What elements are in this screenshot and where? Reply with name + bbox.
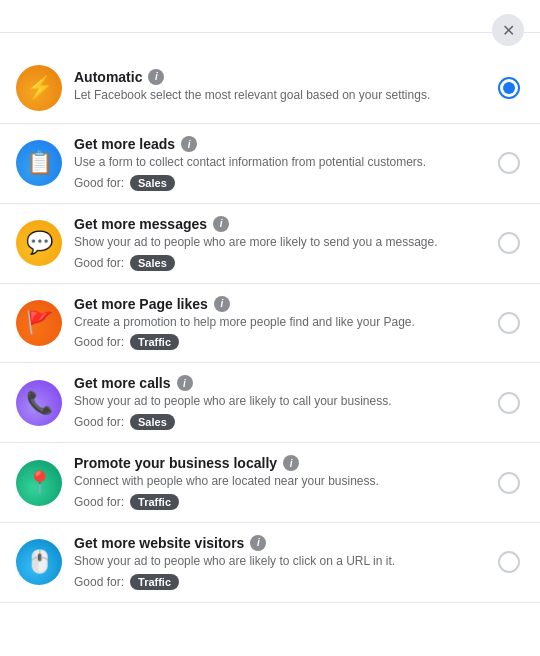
option-title-row-website: Get more website visitorsi bbox=[74, 535, 486, 551]
good-for-label-calls: Good for: bbox=[74, 415, 124, 429]
info-icon-messages[interactable]: i bbox=[213, 216, 229, 232]
option-item-automatic[interactable]: ⚡AutomaticiLet Facebook select the most … bbox=[0, 53, 540, 124]
radio-local[interactable] bbox=[498, 472, 520, 494]
option-title-row-pagelikes: Get more Page likesi bbox=[74, 296, 486, 312]
radio-pagelikes[interactable] bbox=[498, 312, 520, 334]
option-title-calls: Get more calls bbox=[74, 375, 171, 391]
option-item-messages[interactable]: 💬Get more messagesiShow your ad to peopl… bbox=[0, 204, 540, 284]
radio-inner-automatic bbox=[503, 82, 515, 94]
close-button[interactable]: ✕ bbox=[492, 14, 524, 46]
option-title-row-automatic: Automatici bbox=[74, 69, 486, 85]
option-content-messages: Get more messagesiShow your ad to people… bbox=[74, 216, 486, 271]
options-list: ⚡AutomaticiLet Facebook select the most … bbox=[0, 53, 540, 603]
option-desc-leads: Use a form to collect contact informatio… bbox=[74, 154, 486, 171]
option-desc-pagelikes: Create a promotion to help more people f… bbox=[74, 314, 486, 331]
tag-messages: Sales bbox=[130, 255, 175, 271]
question-text bbox=[0, 33, 540, 53]
tag-local: Traffic bbox=[130, 494, 179, 510]
good-for-row-pagelikes: Good for:Traffic bbox=[74, 334, 486, 350]
option-desc-local: Connect with people who are located near… bbox=[74, 473, 486, 490]
good-for-label-leads: Good for: bbox=[74, 176, 124, 190]
radio-calls[interactable] bbox=[498, 392, 520, 414]
option-title-website: Get more website visitors bbox=[74, 535, 244, 551]
goal-modal: ✕ ⚡AutomaticiLet Facebook select the mos… bbox=[0, 0, 540, 656]
good-for-row-calls: Good for:Sales bbox=[74, 414, 486, 430]
modal-header: ✕ bbox=[0, 0, 540, 32]
tag-pagelikes: Traffic bbox=[130, 334, 179, 350]
tag-leads: Sales bbox=[130, 175, 175, 191]
good-for-label-pagelikes: Good for: bbox=[74, 335, 124, 349]
option-desc-automatic: Let Facebook select the most relevant go… bbox=[74, 87, 486, 104]
option-title-messages: Get more messages bbox=[74, 216, 207, 232]
option-icon-automatic: ⚡ bbox=[16, 65, 62, 111]
option-item-pagelikes[interactable]: 🚩Get more Page likesiCreate a promotion … bbox=[0, 284, 540, 364]
option-content-automatic: AutomaticiLet Facebook select the most r… bbox=[74, 69, 486, 108]
radio-leads[interactable] bbox=[498, 152, 520, 174]
option-icon-local: 📍 bbox=[16, 460, 62, 506]
info-icon-pagelikes[interactable]: i bbox=[214, 296, 230, 312]
option-item-website[interactable]: 🖱️Get more website visitorsiShow your ad… bbox=[0, 523, 540, 603]
option-icon-calls: 📞 bbox=[16, 380, 62, 426]
option-icon-leads: 📋 bbox=[16, 140, 62, 186]
radio-messages[interactable] bbox=[498, 232, 520, 254]
good-for-row-website: Good for:Traffic bbox=[74, 574, 486, 590]
option-icon-pagelikes: 🚩 bbox=[16, 300, 62, 346]
info-icon-calls[interactable]: i bbox=[177, 375, 193, 391]
option-icon-messages: 💬 bbox=[16, 220, 62, 266]
option-title-row-messages: Get more messagesi bbox=[74, 216, 486, 232]
option-title-pagelikes: Get more Page likes bbox=[74, 296, 208, 312]
tag-calls: Sales bbox=[130, 414, 175, 430]
info-icon-website[interactable]: i bbox=[250, 535, 266, 551]
option-item-local[interactable]: 📍Promote your business locallyiConnect w… bbox=[0, 443, 540, 523]
info-icon-local[interactable]: i bbox=[283, 455, 299, 471]
option-item-leads[interactable]: 📋Get more leadsiUse a form to collect co… bbox=[0, 124, 540, 204]
info-icon-leads[interactable]: i bbox=[181, 136, 197, 152]
tag-website: Traffic bbox=[130, 574, 179, 590]
option-desc-messages: Show your ad to people who are more like… bbox=[74, 234, 486, 251]
good-for-row-local: Good for:Traffic bbox=[74, 494, 486, 510]
option-item-calls[interactable]: 📞Get more callsiShow your ad to people w… bbox=[0, 363, 540, 443]
good-for-row-messages: Good for:Sales bbox=[74, 255, 486, 271]
option-desc-calls: Show your ad to people who are likely to… bbox=[74, 393, 486, 410]
option-title-automatic: Automatic bbox=[74, 69, 142, 85]
option-title-leads: Get more leads bbox=[74, 136, 175, 152]
option-content-website: Get more website visitorsiShow your ad t… bbox=[74, 535, 486, 590]
option-content-local: Promote your business locallyiConnect wi… bbox=[74, 455, 486, 510]
good-for-label-local: Good for: bbox=[74, 495, 124, 509]
good-for-row-leads: Good for:Sales bbox=[74, 175, 486, 191]
option-title-row-calls: Get more callsi bbox=[74, 375, 486, 391]
good-for-label-messages: Good for: bbox=[74, 256, 124, 270]
option-content-leads: Get more leadsiUse a form to collect con… bbox=[74, 136, 486, 191]
option-content-calls: Get more callsiShow your ad to people wh… bbox=[74, 375, 486, 430]
option-icon-website: 🖱️ bbox=[16, 539, 62, 585]
radio-automatic[interactable] bbox=[498, 77, 520, 99]
option-content-pagelikes: Get more Page likesiCreate a promotion t… bbox=[74, 296, 486, 351]
radio-website[interactable] bbox=[498, 551, 520, 573]
option-title-row-local: Promote your business locallyi bbox=[74, 455, 486, 471]
option-title-row-leads: Get more leadsi bbox=[74, 136, 486, 152]
good-for-label-website: Good for: bbox=[74, 575, 124, 589]
option-title-local: Promote your business locally bbox=[74, 455, 277, 471]
info-icon-automatic[interactable]: i bbox=[148, 69, 164, 85]
option-desc-website: Show your ad to people who are likely to… bbox=[74, 553, 486, 570]
